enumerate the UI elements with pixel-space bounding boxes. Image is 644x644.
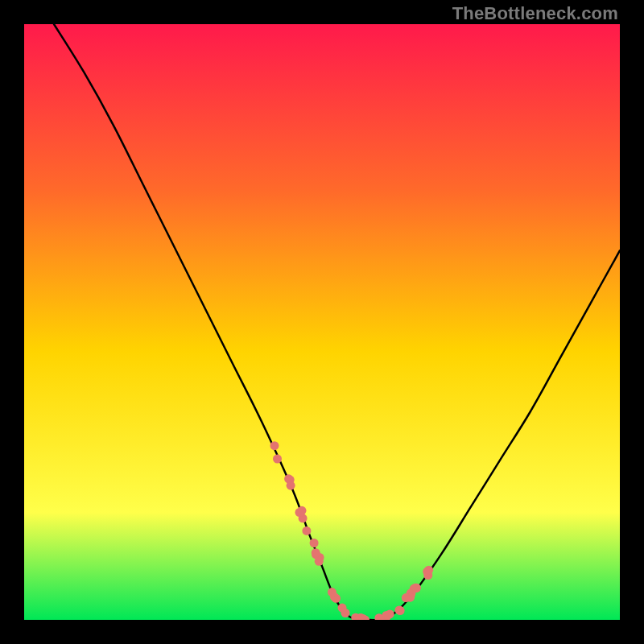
bottleneck-curve-chart xyxy=(24,24,620,620)
highlight-dot xyxy=(402,593,411,602)
gradient-background xyxy=(24,24,620,620)
highlight-dot xyxy=(295,508,304,517)
highlight-dot xyxy=(341,609,350,617)
highlight-dot xyxy=(412,584,421,592)
highlight-dot xyxy=(396,606,405,615)
highlight-dot xyxy=(310,539,319,547)
highlight-dot xyxy=(424,566,433,575)
highlight-dot xyxy=(270,441,279,450)
highlight-dot xyxy=(328,588,336,597)
chart-frame xyxy=(24,24,620,620)
highlight-dot xyxy=(273,455,282,464)
highlight-dot xyxy=(287,481,295,490)
watermark-text: TheBottleneck.com xyxy=(452,3,618,24)
highlight-dot xyxy=(312,548,320,557)
highlight-dot xyxy=(315,557,324,566)
highlight-dot xyxy=(302,526,311,535)
